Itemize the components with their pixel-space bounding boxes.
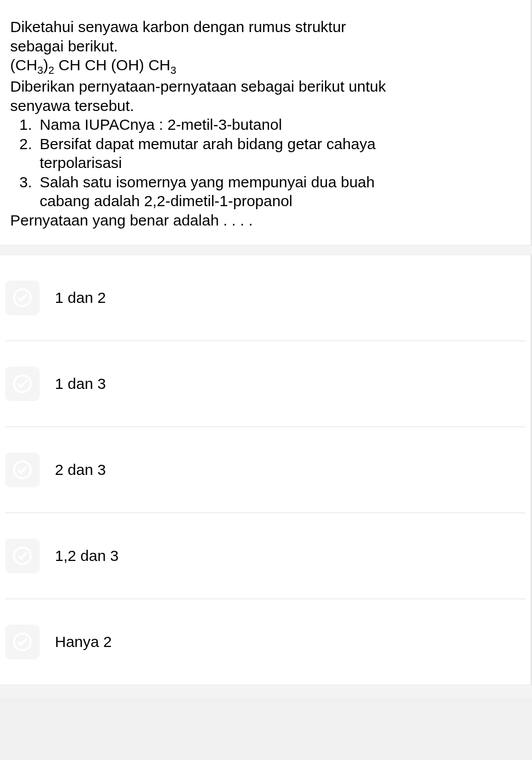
check-circle-icon	[11, 459, 34, 481]
statement-text: Nama IUPACnya : 2-metil-3-butanol	[40, 115, 520, 134]
option-checkbox[interactable]	[5, 367, 40, 401]
statement-number: 3.	[15, 173, 40, 211]
statement-number: 1.	[15, 115, 40, 134]
statement-number: 2.	[15, 134, 40, 173]
options-container: 1 dan 2 1 dan 3 2 dan 3 1,2 dan 3	[0, 255, 532, 685]
question-intro-2: Diberikan pernyataan-pernyataan sebagai …	[10, 77, 520, 115]
check-circle-icon	[11, 287, 34, 309]
option-label: 2 dan 3	[55, 461, 106, 478]
statement-item: 1. Nama IUPACnya : 2-metil-3-butanol	[15, 115, 520, 134]
option-item-1[interactable]: 1 dan 2	[5, 255, 525, 341]
option-checkbox[interactable]	[5, 280, 40, 315]
question-container: Diketahui senyawa karbon dengan rumus st…	[0, 0, 532, 245]
section-divider	[0, 245, 532, 255]
option-checkbox[interactable]	[5, 539, 40, 573]
statement-item: 3. Salah satu isomernya yang mempunyai d…	[15, 173, 520, 211]
bottom-spacer	[0, 685, 532, 698]
statement-item: 2. Bersifat dapat memutar arah bidang ge…	[15, 134, 520, 173]
question-intro-1: Diketahui senyawa karbon dengan rumus st…	[10, 17, 520, 55]
statement-text: Bersifat dapat memutar arah bidang getar…	[40, 134, 520, 173]
check-circle-icon	[11, 545, 34, 567]
option-label: 1 dan 2	[55, 289, 106, 306]
statement-text: Salah satu isomernya yang mempunyai dua …	[40, 173, 520, 211]
chemical-formula: (CH3)2 CH CH (OH) CH3	[10, 55, 520, 77]
option-label: 1 dan 3	[55, 375, 106, 392]
check-circle-icon	[11, 631, 34, 653]
option-checkbox[interactable]	[5, 453, 40, 487]
option-item-2[interactable]: 1 dan 3	[5, 341, 525, 427]
option-label: Hanya 2	[55, 633, 112, 651]
question-closing: Pernyataan yang benar adalah . . . .	[10, 211, 520, 230]
option-item-5[interactable]: Hanya 2	[5, 599, 525, 685]
question-text: Diketahui senyawa karbon dengan rumus st…	[0, 0, 530, 245]
option-label: 1,2 dan 3	[55, 547, 119, 565]
option-checkbox[interactable]	[5, 625, 40, 659]
statements-list: 1. Nama IUPACnya : 2-metil-3-butanol 2. …	[10, 115, 520, 211]
check-circle-icon	[11, 373, 34, 395]
option-item-4[interactable]: 1,2 dan 3	[5, 513, 525, 599]
option-item-3[interactable]: 2 dan 3	[5, 427, 525, 513]
